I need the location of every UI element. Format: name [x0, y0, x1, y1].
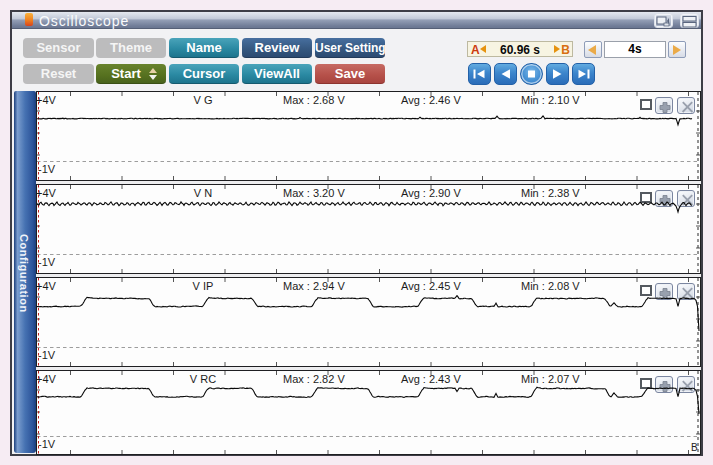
- svg-text:B: B: [691, 442, 698, 453]
